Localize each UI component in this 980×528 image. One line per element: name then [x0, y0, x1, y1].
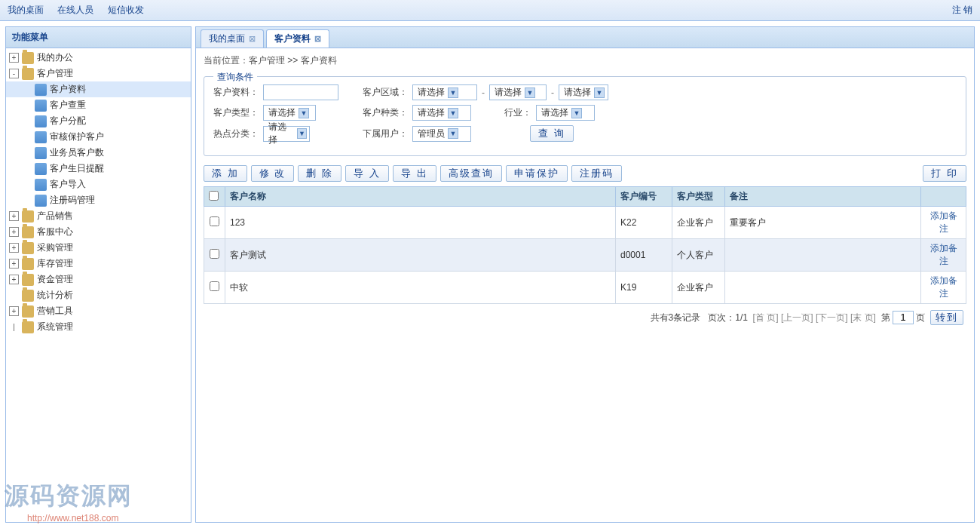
toolbar: 添 加 修 改 删 除 导 入 导 出 高级查询 申请保护 注册码 打 印 [204, 165, 966, 182]
folder-icon [22, 258, 34, 270]
cell-type: 企业客户 [672, 207, 725, 239]
tree-label: 客户分配 [50, 115, 86, 127]
cell-name: 客户测试 [225, 239, 616, 272]
pager-go-button[interactable]: 转到 [930, 310, 963, 325]
tab[interactable]: 我的桌面⊠ [201, 29, 264, 48]
input-customer-data[interactable] [263, 84, 338, 100]
add-note-link[interactable]: 添加备注 [930, 210, 957, 234]
tree-item[interactable]: +营销工具 [6, 303, 191, 319]
close-icon[interactable]: ⊠ [249, 34, 256, 44]
tree-label: 注册码管理 [50, 194, 95, 207]
doc-icon [35, 147, 47, 159]
tree-item[interactable]: 客户导入 [6, 177, 191, 192]
label-hot-category: 热点分类： [213, 127, 259, 140]
folder-icon [22, 210, 34, 223]
select-area-1[interactable]: 请选择▼ [412, 84, 477, 100]
tree-item[interactable]: +库存管理 [6, 256, 191, 272]
edit-button[interactable]: 修 改 [251, 165, 295, 182]
tree-item[interactable]: +产品销售 [6, 208, 191, 224]
row-checkbox[interactable] [210, 281, 219, 291]
select-area-3[interactable]: 请选择▼ [559, 84, 608, 100]
select-hot-category[interactable]: 请选择▼ [263, 126, 310, 142]
pager-page-input[interactable] [893, 311, 914, 324]
advanced-button[interactable]: 高级查询 [440, 165, 502, 182]
expand-icon[interactable]: + [9, 227, 19, 237]
sidebar: 功能菜单 +我的办公-客户管理客户资料客户查重客户分配审核保护客户业务员客户数客… [5, 26, 191, 523]
logout-link[interactable]: 注 销 [952, 5, 972, 15]
pager-total: 共有3条记录 [651, 312, 701, 323]
customer-table: 客户名称 客户编号 客户类型 备注 123K22企业客户重要客户添加备注客户测试… [204, 186, 966, 304]
tree-label: 产品销售 [37, 210, 73, 223]
expand-icon[interactable]: + [9, 275, 19, 284]
folder-icon [22, 305, 34, 318]
tree-item[interactable]: 客户资料 [6, 81, 191, 97]
tree-item[interactable]: 客户分配 [6, 113, 191, 129]
add-note-link[interactable]: 添加备注 [930, 243, 957, 266]
top-link-sms[interactable]: 短信收发 [108, 5, 144, 15]
pager-first[interactable]: [首 页] [753, 312, 779, 323]
tree-label: 客户资料 [50, 83, 86, 96]
delete-button[interactable]: 删 除 [298, 165, 341, 182]
tree-item[interactable]: +资金管理 [6, 272, 191, 287]
table-row[interactable]: 客户测试d0001个人客户添加备注 [204, 239, 966, 272]
select-customer-type[interactable]: 请选择▼ [263, 105, 316, 121]
label-industry: 行业： [501, 106, 531, 119]
cell-name: 123 [225, 207, 616, 239]
tree-item[interactable]: +采购管理 [6, 240, 191, 256]
select-customer-kind[interactable]: 请选择▼ [412, 105, 471, 121]
tree-item[interactable]: +客服中心 [6, 224, 191, 240]
select-industry[interactable]: 请选择▼ [536, 105, 595, 121]
tree-item[interactable]: 业务员客户数 [6, 145, 191, 161]
row-checkbox[interactable] [210, 216, 219, 226]
tree-item[interactable]: -客户管理 [6, 66, 191, 81]
add-button[interactable]: 添 加 [204, 165, 247, 182]
print-button[interactable]: 打 印 [923, 165, 966, 182]
tree-item[interactable]: 客户查重 [6, 97, 191, 113]
tree-item[interactable]: 统计分析 [6, 287, 191, 303]
tree-label: 业务员客户数 [50, 146, 104, 159]
table-row[interactable]: 123K22企业客户重要客户添加备注 [204, 207, 966, 239]
select-area-2[interactable]: 请选择▼ [489, 84, 547, 100]
top-link-desktop[interactable]: 我的桌面 [8, 5, 44, 15]
expand-icon[interactable]: + [9, 211, 19, 221]
table-row[interactable]: 中软K19企业客户添加备注 [204, 272, 966, 304]
chevron-down-icon: ▼ [299, 108, 309, 118]
label-customer-data: 客户资料： [213, 86, 259, 99]
protect-button[interactable]: 申请保护 [506, 165, 568, 182]
tree-item[interactable]: |系统管理 [6, 319, 191, 335]
tab[interactable]: 客户资料⊠ [266, 29, 329, 48]
pager-prev[interactable]: [上一页] [781, 312, 813, 323]
tree-item[interactable]: +我的办公 [6, 50, 191, 66]
top-link-online[interactable]: 在线人员 [57, 5, 93, 15]
cell-code: K22 [616, 207, 672, 239]
expand-icon[interactable]: + [9, 259, 19, 269]
doc-icon [35, 131, 47, 143]
row-checkbox[interactable] [210, 249, 219, 259]
folder-icon [22, 242, 34, 254]
query-button[interactable]: 查 询 [530, 125, 574, 142]
nav-tree: +我的办公-客户管理客户资料客户查重客户分配审核保护客户业务员客户数客户生日提醒… [6, 48, 191, 522]
tree-label: 统计分析 [37, 289, 73, 302]
th-name: 客户名称 [225, 187, 616, 207]
select-sub-user[interactable]: 管理员▼ [412, 126, 471, 142]
expand-icon[interactable]: | [9, 322, 19, 332]
select-all-checkbox[interactable] [209, 191, 219, 201]
chevron-down-icon: ▼ [448, 128, 458, 139]
expand-icon[interactable]: + [9, 306, 19, 316]
tree-item[interactable]: 审核保护客户 [6, 129, 191, 145]
close-icon[interactable]: ⊠ [314, 34, 321, 44]
expand-icon[interactable] [9, 290, 19, 300]
pager-last[interactable]: [末 页] [850, 312, 876, 323]
collapse-icon[interactable]: - [9, 69, 19, 78]
pager-next[interactable]: [下一页] [816, 312, 848, 323]
import-button[interactable]: 导 入 [345, 165, 389, 182]
tree-label: 采购管理 [37, 241, 73, 254]
add-note-link[interactable]: 添加备注 [930, 275, 957, 299]
tree-item[interactable]: 客户生日提醒 [6, 161, 191, 177]
expand-icon[interactable]: + [9, 243, 19, 253]
cell-note [725, 272, 921, 304]
tree-item[interactable]: 注册码管理 [6, 192, 191, 208]
expand-icon[interactable]: + [9, 53, 19, 63]
export-button[interactable]: 导 出 [393, 165, 436, 182]
regcode-button[interactable]: 注册码 [571, 165, 622, 182]
